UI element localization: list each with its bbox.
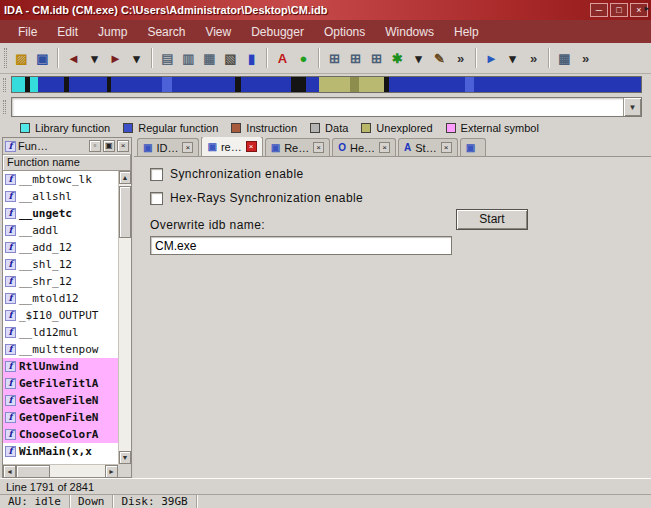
run-menu-icon[interactable]: ▾ <box>502 48 523 69</box>
jump-address-icon[interactable]: ▤ <box>157 48 178 69</box>
tab-close-icon[interactable]: × <box>246 141 257 152</box>
nav-forward-icon[interactable]: ► <box>105 48 126 69</box>
menu-help[interactable]: Help <box>444 22 489 42</box>
function-row[interactable]: f __ungetc <box>3 205 118 222</box>
new-snapshot-icon[interactable]: ✱ <box>387 48 408 69</box>
tab-scroll-icon[interactable]: ▸ <box>644 3 649 13</box>
more-run-icon[interactable]: » <box>523 48 544 69</box>
dock-float-icon[interactable]: ▣ <box>103 140 115 152</box>
tab-ida-view[interactable]: ▣ ID… × <box>137 138 199 156</box>
nav-band-segment[interactable] <box>319 77 350 92</box>
nav-band-segment[interactable] <box>162 77 172 92</box>
start-button[interactable]: Start <box>456 209 528 230</box>
more-tools-icon[interactable]: » <box>450 48 471 69</box>
print-icon[interactable]: ▧ <box>220 48 241 69</box>
add-breakpoint-icon[interactable]: ⊞ <box>324 48 345 69</box>
function-row[interactable]: f __mtold12 <box>3 290 118 307</box>
navigator-icon[interactable]: ▮ <box>241 48 262 69</box>
jump-name-icon[interactable]: ▥ <box>178 48 199 69</box>
menu-options[interactable]: Options <box>314 22 375 42</box>
scroll-up-icon[interactable]: ▲ <box>119 171 131 184</box>
minimize-icon[interactable]: ─ <box>590 3 608 17</box>
horizontal-scrollbar[interactable]: ◄ ► <box>3 464 118 477</box>
menu-file[interactable]: File <box>8 22 47 42</box>
address-combobox[interactable]: ▼ <box>11 97 642 117</box>
function-row[interactable]: f GetOpenFileN <box>3 409 118 426</box>
function-row[interactable]: f __addl <box>3 222 118 239</box>
combobox-value[interactable] <box>12 98 623 116</box>
nav-band-segment[interactable] <box>350 77 359 92</box>
menu-jump[interactable]: Jump <box>88 22 137 42</box>
sync-checkbox[interactable] <box>150 168 163 181</box>
debugger-enable-icon[interactable]: ● <box>293 48 314 69</box>
column-header-function-name[interactable]: Function name <box>3 155 131 171</box>
nav-band-segment[interactable] <box>306 77 319 92</box>
function-row[interactable]: f __ld12mul <box>3 324 118 341</box>
vertical-scrollbar[interactable]: ▲ ▼ <box>118 171 131 464</box>
chevron-down-icon[interactable]: ▼ <box>623 98 641 116</box>
tab-close-icon[interactable]: × <box>313 142 324 153</box>
tab-hex-view[interactable]: O He… × <box>332 138 396 156</box>
nav-band-segment[interactable] <box>389 77 464 92</box>
snapshot-menu-icon[interactable]: ▾ <box>408 48 429 69</box>
menu-view[interactable]: View <box>195 22 241 42</box>
more-windows-icon[interactable]: » <box>575 48 596 69</box>
nav-band-segment[interactable] <box>291 77 306 92</box>
open-file-icon[interactable]: ▨ <box>11 48 32 69</box>
nav-forward-menu-icon[interactable]: ▾ <box>126 48 147 69</box>
scroll-right-icon[interactable]: ► <box>105 465 118 478</box>
nav-band-segment[interactable] <box>12 77 25 92</box>
scrollbar-thumb[interactable] <box>119 186 131 238</box>
scroll-down-icon[interactable]: ▼ <box>119 451 131 464</box>
scroll-left-icon[interactable]: ◄ <box>3 465 16 478</box>
text-search-icon[interactable]: A <box>272 48 293 69</box>
function-row[interactable]: f WinMain(x,x <box>3 443 118 460</box>
function-row[interactable]: f __add_12 <box>3 239 118 256</box>
nav-band-segment[interactable] <box>172 77 235 92</box>
scrollbar-thumb[interactable] <box>16 465 50 478</box>
function-row[interactable]: f GetFileTitlA <box>3 375 118 392</box>
tab-partial[interactable]: ▣ <box>460 138 486 156</box>
toolbar-drag-handle[interactable] <box>4 48 7 68</box>
function-row[interactable]: f ChooseColorA <box>3 426 118 443</box>
nav-back-menu-icon[interactable]: ▾ <box>84 48 105 69</box>
menu-search[interactable]: Search <box>137 22 195 42</box>
tab-re-tool[interactable]: ▣ re… × <box>201 137 262 156</box>
function-row[interactable]: f __shl_12 <box>3 256 118 273</box>
menu-debugger[interactable]: Debugger <box>241 22 314 42</box>
windows-icon[interactable]: ▦ <box>554 48 575 69</box>
tab-strings[interactable]: A St… × <box>398 138 458 156</box>
tab-close-icon[interactable]: × <box>182 142 193 153</box>
add-watch-icon[interactable]: ⊞ <box>345 48 366 69</box>
dock-restore-icon[interactable]: ▫ <box>89 140 101 152</box>
tab-close-icon[interactable]: × <box>379 142 390 153</box>
run-icon[interactable]: ► <box>481 48 502 69</box>
idb-name-input[interactable] <box>150 236 452 255</box>
run-until-icon[interactable]: ⊞ <box>366 48 387 69</box>
save-icon[interactable]: ▣ <box>32 48 53 69</box>
edit-icon[interactable]: ✎ <box>429 48 450 69</box>
drag-handle[interactable] <box>3 100 6 114</box>
nav-band-segment[interactable] <box>241 77 291 92</box>
tab-close-icon[interactable]: × <box>441 142 452 153</box>
nav-back-icon[interactable]: ◄ <box>63 48 84 69</box>
maximize-icon[interactable]: □ <box>610 3 628 17</box>
nav-band-segment[interactable] <box>474 77 641 92</box>
jump-function-icon[interactable]: ▦ <box>199 48 220 69</box>
tab-rem[interactable]: ▣ Re… × <box>265 138 331 156</box>
dock-close-icon[interactable]: × <box>117 140 129 152</box>
function-row[interactable]: f __multtenpow <box>3 341 118 358</box>
nav-band-segment[interactable] <box>69 77 107 92</box>
function-row[interactable]: f RtlUnwind <box>3 358 118 375</box>
nav-band-segment[interactable] <box>30 77 39 92</box>
nav-band-segment[interactable] <box>38 77 63 92</box>
nav-band-segment[interactable] <box>359 77 384 92</box>
function-row[interactable]: f _$I10_OUTPUT <box>3 307 118 324</box>
drag-handle[interactable] <box>3 78 6 92</box>
function-row[interactable]: f __allshl <box>3 188 118 205</box>
function-row[interactable]: f __shr_12 <box>3 273 118 290</box>
nav-band-segment[interactable] <box>111 77 161 92</box>
nav-band-segment[interactable] <box>465 77 474 92</box>
function-row[interactable]: f __mbtowc_lk <box>3 171 118 188</box>
menu-windows[interactable]: Windows <box>375 22 444 42</box>
